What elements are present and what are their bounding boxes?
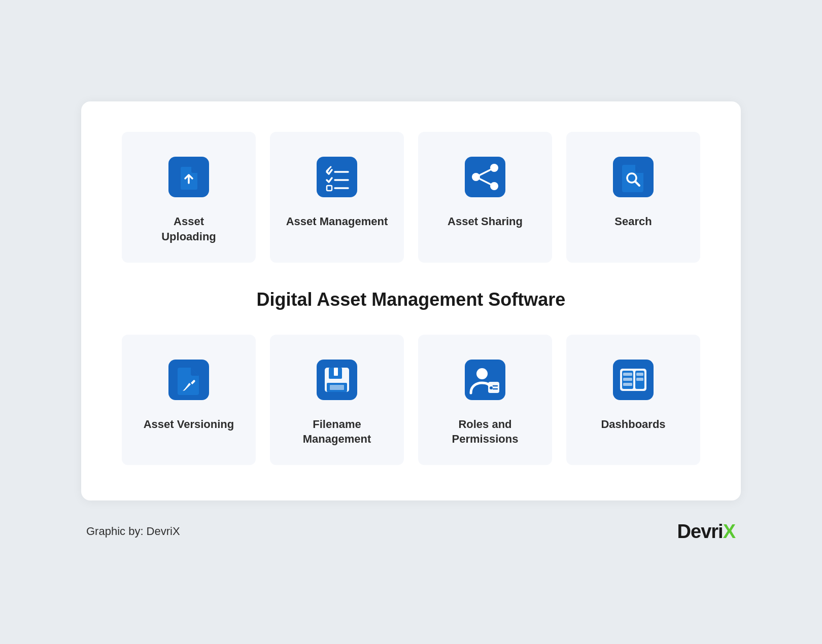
footer-credit: Graphic by: DevriX — [86, 525, 180, 538]
main-card: AssetUploading — [81, 101, 741, 500]
feature-label-management: Asset Management — [286, 214, 388, 229]
svg-point-11 — [490, 182, 498, 190]
svg-rect-35 — [623, 378, 632, 381]
svg-rect-21 — [334, 368, 338, 376]
feature-label-versioning: Asset Versioning — [144, 417, 234, 432]
feature-asset-versioning[interactable]: Asset Versioning — [122, 335, 256, 465]
svg-rect-37 — [636, 373, 643, 376]
feature-label-filename: Filename Management — [280, 417, 394, 447]
svg-rect-38 — [636, 378, 643, 381]
devrix-x-letter: X — [723, 521, 736, 543]
feature-label-sharing: Asset Sharing — [448, 214, 523, 229]
svg-rect-1 — [317, 157, 357, 197]
svg-rect-34 — [623, 373, 632, 376]
upload-doc-icon — [166, 154, 212, 200]
feature-filename-management[interactable]: Filename Management — [270, 335, 404, 465]
svg-point-25 — [476, 368, 488, 379]
devrix-wordmark: Devri — [677, 521, 723, 543]
bottom-grid: Asset Versioning Filename Management — [122, 335, 700, 465]
devrix-logo: Devri X — [677, 521, 736, 543]
top-grid: AssetUploading — [122, 132, 700, 262]
columns-icon — [610, 357, 656, 403]
svg-point-10 — [472, 173, 480, 181]
svg-point-9 — [490, 164, 498, 172]
feature-label-roles: Roles and Permissions — [428, 417, 542, 447]
section-title: Digital Asset Management Software — [122, 289, 700, 310]
feature-asset-sharing[interactable]: Asset Sharing — [418, 132, 552, 262]
feature-label-uploading: AssetUploading — [161, 214, 216, 244]
edit-doc-icon — [166, 357, 212, 403]
feature-roles-permissions[interactable]: Roles and Permissions — [418, 335, 552, 465]
feature-asset-management[interactable]: Asset Management — [270, 132, 404, 262]
feature-label-dashboards: Dashboards — [601, 417, 665, 432]
footer: Graphic by: DevriX Devri X — [81, 521, 741, 543]
svg-line-3 — [328, 169, 329, 171]
svg-point-27 — [490, 386, 493, 389]
feature-label-search: Search — [614, 214, 652, 229]
feature-asset-uploading[interactable]: AssetUploading — [122, 132, 256, 262]
feature-dashboards[interactable]: Dashboards — [566, 335, 700, 465]
user-tag-icon — [462, 357, 508, 403]
checklist-icon — [314, 154, 360, 200]
share-icon — [462, 154, 508, 200]
svg-rect-36 — [623, 383, 632, 386]
svg-rect-8 — [465, 157, 505, 197]
svg-rect-23 — [330, 385, 344, 390]
feature-search[interactable]: Search — [566, 132, 700, 262]
search-doc-icon — [610, 154, 656, 200]
save-icon — [314, 357, 360, 403]
